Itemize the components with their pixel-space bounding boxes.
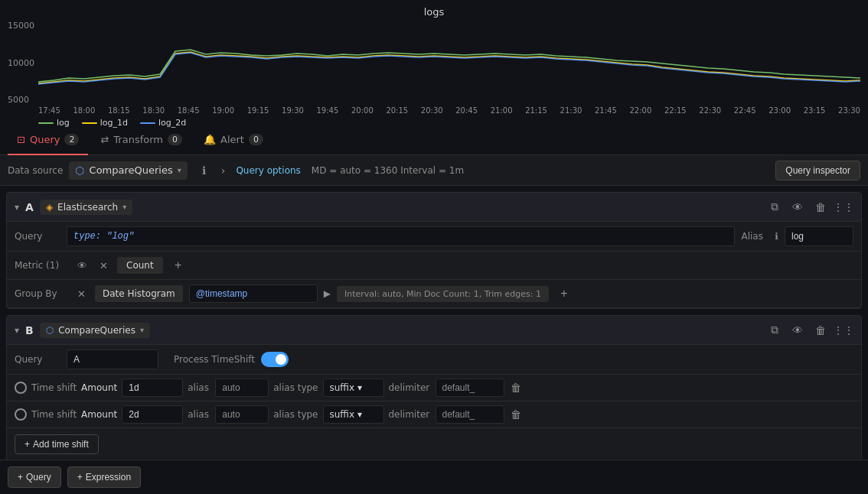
panel-a-groupby-row: Group By ✕ Date Histogram ▶ Interval: au…	[7, 280, 861, 308]
panel-b-more-button[interactable]: ⋮⋮	[834, 320, 853, 340]
timeshift-2-alias-input[interactable]	[215, 405, 269, 424]
datasource-label: Data source	[8, 165, 63, 176]
tab-transform-badge: 0	[168, 134, 182, 145]
panel-b-collapse-button[interactable]: ▾	[15, 325, 19, 336]
panel-b-content: Query Process TimeShift Time shift Amoun…	[7, 345, 861, 460]
timeshift-1-amount-label: Amount	[81, 382, 117, 393]
timeshift-1-alias-type-arrow-icon: ▾	[357, 382, 362, 393]
timeshift-1-alias-label: alias	[188, 382, 210, 393]
timeshift-2-circle-icon	[15, 408, 27, 421]
panel-a-query-row: Query Alias ℹ	[7, 222, 861, 252]
query-inspector-button[interactable]: Query inspector	[775, 161, 860, 180]
panel-a-metric-add-button[interactable]: +	[169, 256, 188, 275]
timeshift-2-alias-type-label: alias type	[273, 409, 318, 420]
panel-b-query-label: Query	[15, 354, 60, 365]
legend-color-log2d	[140, 122, 155, 124]
legend-label-log1d: log_1d	[100, 118, 128, 128]
panel-a-copy-button[interactable]: ⧉	[765, 197, 785, 217]
y-axis-labels: 15000 10000 5000	[8, 21, 38, 105]
timeshift-2-delimiter-input[interactable]	[436, 405, 504, 424]
timeshift-1-delete-button[interactable]: 🗑	[511, 382, 521, 394]
tab-alert-badge: 0	[249, 134, 263, 145]
timeshift-1-alias-type-select[interactable]: suffix ▾	[323, 379, 384, 397]
query-options-button[interactable]: Query options	[231, 162, 305, 179]
timeshift-2-alias-type-select[interactable]: suffix ▾	[323, 405, 384, 424]
legend-color-log1d	[82, 122, 97, 124]
panel-a-groupby-add-button[interactable]: +	[555, 284, 573, 303]
timeshift-row-2: Time shift Amount alias alias type suffi…	[7, 401, 861, 428]
panel-a-collapse-button[interactable]: ▾	[15, 202, 19, 213]
panel-a-datasource-arrow-icon: ▾	[122, 203, 126, 211]
panel-a-query-label: Query	[15, 231, 60, 242]
tab-transform-label: Transform	[113, 134, 163, 145]
panel-a-metric-eye-button[interactable]: 👁	[74, 258, 90, 273]
panel-a-groupby-label: Group By	[15, 288, 68, 299]
panel-a-datasource-name: Elasticsearch	[57, 202, 118, 213]
timeshift-2-delete-button[interactable]: 🗑	[511, 408, 521, 421]
process-timeshift-label: Process TimeShift	[174, 354, 255, 365]
y-label-15000: 15000	[8, 21, 38, 31]
y-label-5000: 5000	[8, 95, 38, 105]
tabs-bar: ⊡ Query 2 ⇄ Transform 0 🔔 Alert 0	[0, 126, 868, 155]
panel-b-delete-button[interactable]: 🗑	[811, 320, 830, 340]
chart-container: logs 15000 10000 5000 17:45 18:00 18:15 …	[0, 0, 868, 126]
panel-a-groupby-delete-button[interactable]: ✕	[74, 287, 89, 301]
timeshift-1-amount-input[interactable]	[122, 379, 183, 397]
chart-svg	[38, 21, 860, 105]
panel-a-delete-button[interactable]: 🗑	[811, 197, 830, 217]
panel-b-datasource[interactable]: ⬡ CompareQueries ▾	[40, 323, 150, 338]
chart-title: logs	[8, 6, 860, 18]
chart-legend: log log_1d log_2d	[38, 118, 860, 128]
process-timeshift-toggle[interactable]	[261, 352, 289, 367]
panel-a-groupby-info: Interval: auto, Min Doc Count: 1, Trim e…	[337, 286, 549, 302]
timeshift-2-alias-type-value: suffix	[330, 409, 355, 420]
timeshift-2-amount-input[interactable]	[122, 405, 183, 424]
panel-a-eye-button[interactable]: 👁	[788, 197, 808, 217]
add-timeshift-label: Add time shift	[33, 439, 89, 450]
panel-a-query-input[interactable]	[67, 226, 735, 246]
panel-a-groupby-expand-icon[interactable]: ▶	[324, 288, 331, 299]
add-timeshift-button[interactable]: + Add time shift	[15, 434, 99, 454]
tab-transform-icon: ⇄	[100, 134, 109, 145]
panel-a-more-button[interactable]: ⋮⋮	[834, 197, 853, 217]
panel-b-query-input[interactable]	[67, 349, 158, 369]
timeshift-1-alias-input[interactable]	[215, 379, 269, 397]
panel-a-metric-delete-button[interactable]: ✕	[96, 258, 111, 273]
timeshift-1-delimiter-input[interactable]	[436, 379, 504, 397]
panel-a-groupby-type: Date Histogram	[95, 285, 183, 302]
panel-a-metric-label: Metric (1)	[15, 260, 68, 271]
tab-query-icon: ⊡	[17, 134, 25, 145]
tab-alert[interactable]: 🔔 Alert 0	[194, 126, 272, 155]
add-expression-button[interactable]: + Expression	[67, 466, 141, 488]
info-button[interactable]: ℹ	[194, 160, 215, 181]
compareq-icon: ⬡	[46, 325, 54, 336]
tab-query[interactable]: ⊡ Query 2	[8, 126, 88, 155]
panel-b-eye-button[interactable]: 👁	[788, 320, 808, 340]
panel-b-query-row: Query Process TimeShift	[7, 345, 861, 375]
chart-area: 15000 10000 5000	[8, 21, 860, 105]
legend-item-log: log	[38, 118, 70, 128]
panel-b-actions: ⧉ 👁 🗑 ⋮⋮	[765, 320, 853, 340]
add-query-label: Query	[26, 472, 51, 483]
timeshift-2-alias-label: alias	[188, 409, 210, 420]
add-query-plus-icon: +	[18, 472, 23, 483]
datasource-name: CompareQueries	[90, 164, 173, 176]
panel-b-copy-button[interactable]: ⧉	[765, 320, 785, 340]
panel-b-datasource-name: CompareQueries	[58, 325, 135, 336]
datasource-selector[interactable]: ⬡ CompareQueries ▾	[69, 161, 187, 180]
panel-b: ▾ B ⬡ CompareQueries ▾ ⧉ 👁 🗑 ⋮⋮ Query Pr…	[6, 315, 862, 461]
panel-a-datasource[interactable]: ◈ Elasticsearch ▾	[40, 200, 132, 215]
panel-a-actions: ⧉ 👁 🗑 ⋮⋮	[765, 197, 853, 217]
panel-b-header: ▾ B ⬡ CompareQueries ▾ ⧉ 👁 🗑 ⋮⋮	[7, 316, 861, 345]
bottom-bar: + Query + Expression	[0, 460, 868, 494]
chevron-right-icon: ›	[221, 164, 226, 177]
timeshift-2-alias-type-arrow-icon: ▾	[357, 409, 362, 420]
timeshift-2-type-label: Time shift	[31, 409, 77, 420]
panel-a-alias-input[interactable]	[785, 226, 853, 246]
query-meta-text: MD = auto = 1360 Interval = 1m	[312, 165, 769, 176]
timeshift-2-delimiter-label: delimiter	[389, 409, 431, 420]
tab-transform[interactable]: ⇄ Transform 0	[91, 126, 191, 155]
add-query-button[interactable]: + Query	[8, 466, 61, 488]
datasource-icon: ⬡	[75, 164, 84, 177]
panel-a-groupby-field-input[interactable]	[189, 284, 318, 303]
